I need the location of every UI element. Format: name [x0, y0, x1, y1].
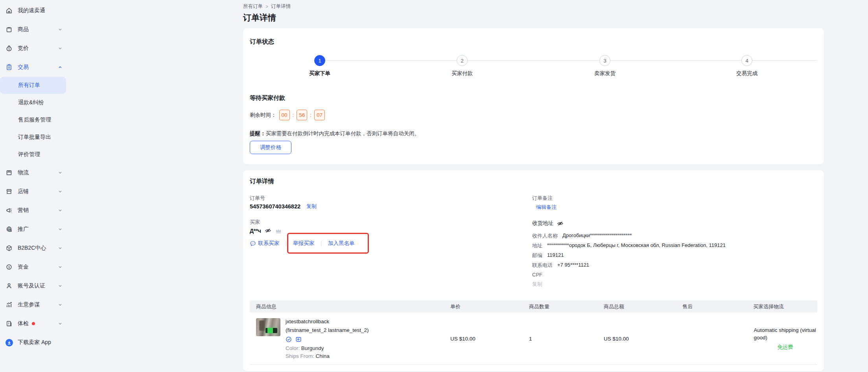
sidebar-item-label: 我的速卖通: [18, 7, 45, 14]
sidebar-item-label: 订单批量导出: [18, 134, 51, 141]
breadcrumb-separator: >: [265, 4, 268, 9]
contact-buyer-link[interactable]: 联系买家: [250, 240, 279, 247]
sidebar-item-account[interactable]: 账号及认证: [0, 276, 67, 295]
sidebar-item-review-management[interactable]: 评价管理: [0, 146, 67, 163]
zip-label: 邮编: [532, 252, 542, 259]
report-buyer-link[interactable]: 举报买家: [293, 240, 314, 247]
divider: [321, 241, 321, 246]
sidebar-item-b2b2c[interactable]: B2B2C中心: [0, 239, 67, 258]
sidebar-item-trade[interactable]: 交易: [0, 58, 67, 77]
sidebar-item-business-advisor[interactable]: 生意参谋: [0, 295, 67, 314]
shipping-address-label: 收货地址: [532, 220, 553, 227]
step-circle-2: 2: [457, 55, 468, 66]
sidebar-item-refund-dispute[interactable]: 退款&纠纷: [0, 94, 67, 111]
cube-icon: [6, 245, 13, 252]
chart-icon: [6, 301, 13, 308]
main-content: 所有订单 > 订单详情 订单详情 订单状态 1 2 3 4 买家下单 买家付款 …: [243, 0, 824, 371]
divider: [286, 241, 286, 246]
table-row: jxtestbatchrollback (firstname_test_2 la…: [250, 313, 817, 365]
sidebar-item-marketing[interactable]: 营销: [0, 201, 67, 220]
sidebar-item-download-app[interactable]: 下载卖家 App: [0, 333, 67, 352]
edit-note-link[interactable]: 编辑备注: [536, 204, 557, 211]
detail-card-title: 订单详情: [250, 177, 274, 186]
order-no-label: 订单号: [250, 195, 265, 202]
col-unit-price: 单价: [446, 303, 525, 310]
cpf-label: CPF: [532, 272, 542, 278]
product-title: jxtestbatchrollback: [286, 318, 369, 325]
buyer-actions: 联系买家 举报买家 加入黑名单: [250, 240, 355, 247]
svg-text:AD: AD: [9, 230, 11, 232]
sidebar-item-logistics[interactable]: 物流: [0, 163, 67, 182]
product-subtitle: (firstname_test_2 lastname_test_2): [286, 327, 369, 333]
chevron-down-icon: [58, 171, 62, 175]
col-quantity: 商品数量: [525, 303, 600, 310]
aftersale-cell: [678, 313, 749, 365]
sidebar-item-label: B2B2C中心: [18, 245, 46, 252]
svg-text:$: $: [8, 48, 10, 50]
quantity-cell: 1: [525, 313, 600, 365]
eye-off-icon[interactable]: [557, 220, 564, 227]
sidebar-item-funds[interactable]: $ 资金: [0, 258, 67, 276]
sidebar-item-label: 竞价: [18, 45, 29, 52]
eye-off-icon[interactable]: [265, 227, 271, 234]
sidebar: 我的速卖通 商品 $ 竞价 交易 所有订单 退款&纠纷 售后服务管理 订单批量导…: [0, 0, 67, 372]
sidebar-item-label: 下载卖家 App: [18, 339, 51, 346]
sidebar-item-label: 交易: [18, 64, 29, 71]
sidebar-item-promotion[interactable]: AD 推广: [0, 220, 67, 239]
chevron-down-icon: [58, 284, 62, 288]
phone-value: +7 95****1121: [557, 262, 589, 269]
countdown-seconds: 07: [314, 110, 325, 120]
copy-order-no-link[interactable]: 复制: [306, 203, 317, 210]
zip-value: 119121: [547, 252, 564, 259]
sidebar-item-label: 体检: [18, 320, 29, 327]
sidebar-item-store[interactable]: 店铺: [0, 182, 67, 201]
reminder-text: 提醒：买家需要在付款倒计时内完成本订单付款，否则订单将自动关闭。: [250, 130, 420, 137]
step-circle-3: 3: [599, 55, 610, 66]
sidebar-item-health-check[interactable]: 体检: [0, 314, 67, 333]
add-blacklist-link[interactable]: 加入黑名单: [328, 240, 355, 247]
person-icon: [6, 282, 13, 289]
ships-from-value: China: [316, 353, 330, 359]
step-label-buyer-paid: 买家付款: [439, 70, 486, 77]
storefront-icon: [6, 188, 13, 195]
sidebar-item-order-export[interactable]: 订单批量导出: [0, 129, 67, 146]
sidebar-item-label: 账号及认证: [18, 282, 45, 289]
sidebar-item-aftersale-service[interactable]: 售后服务管理: [0, 111, 67, 129]
chat-icon: [250, 240, 256, 247]
col-total: 商品总额: [600, 303, 678, 310]
sidebar-item-all-orders[interactable]: 所有订单: [0, 77, 66, 94]
buyer-label: 买家: [250, 219, 260, 226]
sidebar-item-products[interactable]: 商品: [0, 20, 67, 39]
col-logistics: 买家选择物流: [749, 303, 817, 310]
adjust-price-button[interactable]: 调整价格: [250, 141, 291, 154]
notification-dot: [32, 322, 35, 325]
countdown-minutes: 56: [297, 110, 307, 120]
sidebar-item-bidding[interactable]: $ 竞价: [0, 39, 67, 58]
col-aftersale: 售后: [678, 303, 749, 310]
sidebar-item-label: 售后服务管理: [18, 116, 51, 123]
return-box-icon: [295, 336, 302, 343]
countdown-hours: 00: [279, 110, 290, 120]
page-title: 订单详情: [243, 12, 824, 23]
breadcrumb: 所有订单 > 订单详情: [243, 3, 824, 10]
copy-address-link[interactable]: 复制: [532, 281, 542, 288]
crown-badge-icon: [275, 228, 282, 234]
chevron-down-icon: [58, 322, 62, 326]
recipient-label: 收件人名称: [532, 232, 558, 239]
coin-icon: $: [6, 263, 13, 271]
product-thumbnail: [256, 318, 280, 336]
breadcrumb-all-orders[interactable]: 所有订单: [243, 3, 263, 10]
package-icon: [6, 169, 13, 176]
svg-text:$: $: [8, 265, 10, 269]
chevron-down-icon: [58, 208, 62, 212]
col-product-info: 商品信息: [250, 303, 446, 310]
product-cell: jxtestbatchrollback (firstname_test_2 la…: [250, 313, 446, 365]
globe-ad-icon: AD: [6, 226, 13, 233]
chevron-down-icon: [58, 303, 62, 307]
countdown-label: 剩余时间：: [250, 112, 276, 119]
chevron-down-icon: [58, 227, 62, 231]
logistics-cell: Automatic shipping (virtual good) 免运费: [749, 313, 817, 365]
chevron-up-icon: [58, 65, 62, 69]
sidebar-item-home[interactable]: 我的速卖通: [0, 1, 67, 20]
home-icon: [6, 7, 13, 14]
